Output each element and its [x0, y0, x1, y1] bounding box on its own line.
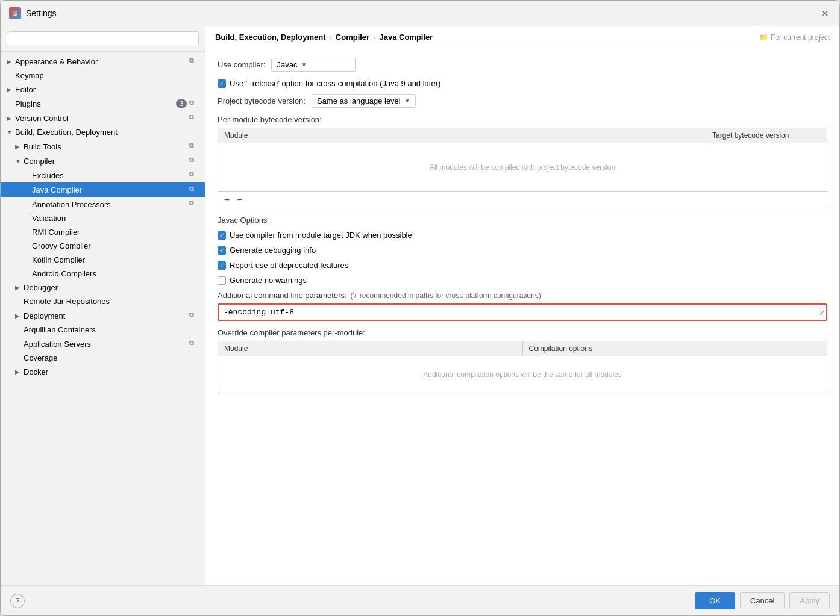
override-options-col: Compilation options: [523, 341, 827, 356]
sidebar-item-label: Build, Execution, Deployment: [15, 128, 199, 137]
sidebar-item-appearance[interactable]: ▶Appearance & Behavior⧉: [1, 54, 205, 69]
tree-arrow: ▶: [15, 284, 24, 291]
apply-button[interactable]: Apply: [789, 592, 830, 609]
copy-icon: ⧉: [189, 99, 199, 108]
tree-arrow: ▶: [15, 143, 24, 150]
bytecode-version-dropdown[interactable]: Same as language level ▼: [312, 94, 416, 108]
release-option-row: Use '--release' option for cross-compila…: [218, 79, 827, 88]
sidebar-item-java-compiler[interactable]: Java Compiler⧉: [1, 182, 205, 197]
help-button[interactable]: ?: [10, 594, 25, 608]
sidebar-item-label: Excludes: [32, 171, 187, 180]
search-input[interactable]: [7, 31, 199, 46]
sidebar-item-android-compilers[interactable]: Android Compilers: [1, 267, 205, 281]
sidebar-item-label: Remote Jar Repositories: [24, 297, 199, 306]
use-compiler-label: Use compiler:: [218, 60, 265, 69]
add-module-button[interactable]: +: [223, 194, 231, 205]
opt1-checkbox[interactable]: [218, 231, 226, 240]
sidebar-item-label: Appearance & Behavior: [15, 57, 187, 66]
sidebar-item-docker[interactable]: ▶Docker: [1, 365, 205, 379]
sidebar-item-arquillian[interactable]: Arquillian Containers: [1, 323, 205, 337]
sidebar-item-label: Annotation Processors: [32, 200, 187, 209]
bytecode-version-row: Project bytecode version: Same as langua…: [218, 94, 827, 108]
sidebar-item-kotlin-compiler[interactable]: Kotlin Compiler: [1, 253, 205, 267]
remove-module-button[interactable]: −: [236, 194, 243, 205]
titlebar-left: S Settings: [9, 7, 57, 19]
sidebar-item-annotation-processors[interactable]: Annotation Processors⧉: [1, 197, 205, 211]
close-button[interactable]: ✕: [818, 7, 831, 20]
sidebar-item-editor[interactable]: ▶Editor: [1, 82, 205, 96]
sidebar-item-label: Compiler: [24, 157, 187, 166]
dialog-title: Settings: [26, 8, 57, 18]
sidebar-item-label: Deployment: [24, 311, 187, 320]
per-module-table-footer: + −: [218, 191, 827, 208]
sidebar-item-keymap[interactable]: Keymap: [1, 69, 205, 82]
per-module-table: Module Target bytecode version All modul…: [218, 128, 827, 208]
breadcrumb-part-3: Java Compiler: [380, 33, 433, 42]
cancel-button[interactable]: Cancel: [740, 592, 785, 609]
override-module-col: Module: [218, 341, 523, 356]
expand-button[interactable]: ⤢: [819, 308, 825, 317]
copy-icon: ⧉: [189, 113, 199, 123]
opt4-checkbox[interactable]: [218, 276, 226, 285]
sidebar-item-build-tools[interactable]: ▶Build Tools⧉: [1, 139, 205, 154]
tree-arrow: ▶: [7, 115, 15, 122]
tree-arrow: ▶: [7, 58, 15, 65]
tree-arrow: ▶: [15, 369, 24, 375]
javac-options-container: Use compiler from module target JDK when…: [218, 231, 827, 285]
breadcrumb-sep-1: ›: [329, 33, 331, 42]
sidebar-tree: ▶Appearance & Behavior⧉Keymap▶EditorPlug…: [1, 52, 205, 585]
cmd-label-row: Additional command line parameters: ('/'…: [218, 291, 827, 300]
tree-arrow: ▼: [15, 158, 24, 164]
sidebar-item-rmi-compiler[interactable]: RMI Compiler: [1, 225, 205, 239]
bytecode-version-value: Same as language level: [317, 96, 401, 105]
sidebar-item-plugins[interactable]: Plugins3⧉: [1, 96, 205, 111]
copy-icon: ⧉: [189, 185, 199, 194]
sidebar-item-app-servers[interactable]: Application Servers⧉: [1, 337, 205, 351]
sidebar-item-validation[interactable]: Validation: [1, 211, 205, 225]
breadcrumb-part-1: Build, Execution, Deployment: [215, 33, 325, 42]
sidebar-item-label: Keymap: [15, 71, 199, 80]
sidebar-item-build-execution[interactable]: ▼Build, Execution, Deployment: [1, 125, 205, 139]
sidebar-item-label: Version Control: [15, 114, 187, 123]
sidebar-item-label: Application Servers: [24, 340, 187, 349]
sidebar-item-groovy-compiler[interactable]: Groovy Compiler: [1, 239, 205, 253]
sidebar-item-label: Docker: [24, 367, 199, 376]
sidebar-item-label: Coverage: [24, 353, 199, 362]
ok-button[interactable]: OK: [695, 592, 735, 609]
cmd-params-input[interactable]: [218, 303, 827, 321]
copy-icon: ⧉: [189, 57, 199, 66]
javac-option-opt4: Generate no warnings: [218, 276, 827, 285]
sidebar-item-remote-jar[interactable]: Remote Jar Repositories: [1, 294, 205, 308]
sidebar-item-version-control[interactable]: ▶Version Control⧉: [1, 111, 205, 125]
bytecode-version-label: Project bytecode version:: [218, 96, 306, 105]
compiler-dropdown[interactable]: Javac ▼: [271, 58, 356, 72]
breadcrumb-path: Build, Execution, Deployment › Compiler …: [215, 33, 433, 42]
for-current-project: 📁 For current project: [759, 33, 830, 42]
sidebar-item-label: Debugger: [24, 283, 199, 292]
opt2-checkbox[interactable]: [218, 246, 226, 255]
copy-icon: ⧉: [189, 339, 199, 349]
sidebar-item-compiler[interactable]: ▼Compiler⧉: [1, 154, 205, 168]
per-module-table-header: Module Target bytecode version: [218, 128, 827, 143]
folder-icon: 📁: [759, 33, 768, 42]
copy-icon: ⧉: [189, 199, 199, 209]
sidebar-item-excludes[interactable]: Excludes⧉: [1, 168, 205, 182]
tree-arrow: ▶: [15, 313, 24, 319]
main-content: ▶Appearance & Behavior⧉Keymap▶EditorPlug…: [1, 26, 839, 585]
javac-option-opt3: Report use of deprecated features: [218, 261, 827, 270]
sidebar-item-debugger[interactable]: ▶Debugger: [1, 281, 205, 294]
opt3-label: Report use of deprecated features: [230, 261, 348, 270]
chevron-down-icon-2: ▼: [404, 98, 410, 104]
override-table-body: Additional compilation options will be t…: [218, 356, 827, 393]
sidebar-item-label: RMI Compiler: [32, 228, 199, 237]
sidebar-item-label: Plugins: [15, 99, 174, 108]
copy-icon: ⧉: [189, 311, 199, 320]
cmd-params-row: Additional command line parameters: ('/'…: [218, 291, 827, 321]
sidebar-item-coverage[interactable]: Coverage: [1, 351, 205, 365]
badge: 3: [176, 99, 187, 108]
opt3-checkbox[interactable]: [218, 261, 226, 270]
release-option-checkbox[interactable]: [218, 79, 226, 88]
sidebar-item-deployment[interactable]: ▶Deployment⧉: [1, 308, 205, 323]
release-option-label: Use '--release' option for cross-compila…: [230, 79, 440, 88]
override-section: Override compiler parameters per-module:…: [218, 328, 827, 393]
